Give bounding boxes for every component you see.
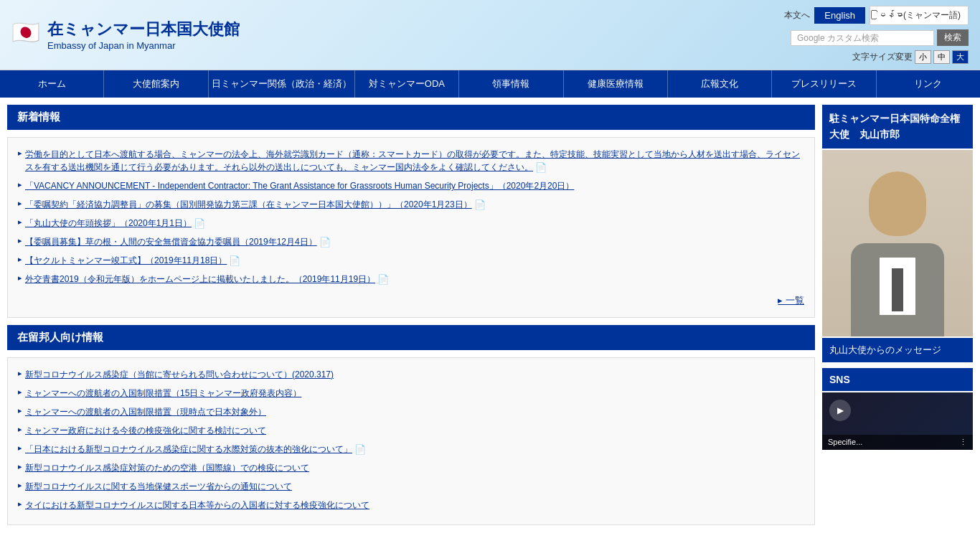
residents-list-item: ミャンマーへの渡航者の入国制限措置（15日ミャンマー政府発表内容） [18,384,804,402]
news-list-item: 労働を目的として日本へ渡航する場合、ミャンマーの法令上、海外就労識別カード（通称… [18,145,804,176]
nav-item[interactable]: 対ミャンマーODA [355,70,459,98]
site-title-japanese: 在ミャンマー日本国大使館 [47,19,240,40]
news-link[interactable]: 「丸山大使の年頭挨拶」（2020年1月1日）📄 [25,217,204,230]
nav-item[interactable]: 健康医療情報 [564,70,668,98]
document-icon: 📄 [354,444,364,456]
news-list: 労働を目的として日本へ渡航する場合、ミャンマーの法令上、海外就労識別カード（通称… [7,137,815,318]
news-list-item: 「VACANCY ANNOUNCEMENT - Independent Cont… [18,176,804,195]
residents-section: 在留邦人向け情報 新型コロナウイルス感染症（当館に寄せられる問い合わせについて）… [7,325,815,525]
document-icon: 📄 [535,162,545,174]
news-list-item: 【委嘱員募集】草の根・人間の安全無償資金協力委嘱員（2019年12月4日）📄 [18,232,804,251]
news-link[interactable]: 「委嘱契約「経済協力調整員」の募集（国別開発協力第三課（在ミャンマー日本国大使館… [25,198,484,211]
font-size-large-button[interactable]: 大 [952,50,969,64]
news-link[interactable]: 外交青書2019（令和元年版）をホームページ上に掲載いたしました。（2019年1… [25,273,387,286]
residents-list-item: ミャンマー政府における今後の検疫強化に関する検討について [18,421,804,440]
nav-item[interactable]: ホーム [0,70,104,98]
nav-item[interactable]: 広報文化 [668,70,772,98]
honbun-link[interactable]: 本文へ [784,9,810,22]
header-controls: 本文へ English မြန်မာ(ミャンマー語) 検索 文字サイズ変更 小 … [784,6,969,64]
font-size-controls: 文字サイズ変更 小 中 大 [852,50,969,64]
residents-list: 新型コロナウイルス感染症（当館に寄せられる問い合わせについて）(2020.317… [7,357,815,525]
news-link[interactable]: 「VACANCY ANNOUNCEMENT - Independent Cont… [25,179,574,192]
news-list-item: 「委嘱契約「経済協力調整員」の募集（国別開発協力第三課（在ミャンマー日本国大使館… [18,195,804,214]
news-link[interactable]: 労働を目的として日本へ渡航する場合、ミャンマーの法令上、海外就労識別カード（通称… [25,148,804,174]
video-overlay: Specifie... ⋮ [822,435,973,450]
portrait-body [851,243,944,336]
residents-list-item: タイにおける新型コロナウイルスに関する日本等からの入国者に対する検疫強化について [18,496,804,514]
residents-link[interactable]: 新型コロナウイルス感染症（当館に寄せられる問い合わせについて）(2020.317… [25,368,334,381]
document-icon: 📄 [474,199,484,211]
video-menu-icon[interactable]: ⋮ [959,438,967,447]
residents-link[interactable]: 「日本における新型コロナウイルス感染症に関する水際対策の抜本的強化について」📄 [25,443,364,456]
portrait-tie [892,268,903,311]
search-button[interactable]: 検索 [937,29,969,46]
nav-item[interactable]: 大使館案内 [104,70,208,98]
document-icon: 📄 [377,274,387,286]
japan-flag-icon: 🇯🇵 [11,21,40,50]
news-list-item: 【ヤクルトミャンマー竣工式】（2019年11月18日）📄 [18,251,804,270]
residents-list-item: 新型コロナウイルス感染症対策のための空港（国際線）での検疫について [18,458,804,477]
video-label: Specifie... [828,438,862,446]
ambassador-portrait [822,150,973,336]
sns-section-header: SNS [822,368,973,391]
residents-section-header: 在留邦人向け情報 [7,325,815,350]
residents-link[interactable]: 新型コロナウイルスに関する当地保健スポーツ省からの通知について [25,480,292,493]
font-size-medium-button[interactable]: 中 [933,50,950,64]
news-list-item: 「丸山大使の年頭挨拶」（2020年1月1日）📄 [18,214,804,232]
more-link[interactable]: 一覧 [778,295,804,306]
nav-item[interactable]: 日ミャンマー関係（政治・経済） [209,70,355,98]
residents-list-item: 新型コロナウイルスに関する当地保健スポーツ省からの通知について [18,477,804,496]
content-area: 新着情報 労働を目的として日本へ渡航する場合、ミャンマーの法令上、海外就労識別カ… [7,105,815,532]
video-play-icon[interactable]: ▶ [829,400,851,421]
news-section: 新着情報 労働を目的として日本へ渡航する場合、ミャンマーの法令上、海外就労識別カ… [7,105,815,318]
residents-link[interactable]: ミャンマー政府における今後の検疫強化に関する検討について [25,424,266,437]
nav-item[interactable]: プレスリリース [772,70,876,98]
sns-video[interactable]: ▶ Specifie... ⋮ [822,392,973,450]
logo-area: 🇯🇵 在ミャンマー日本国大使館 Embassy of Japan in Myan… [11,19,240,51]
residents-link[interactable]: 新型コロナウイルス感染症対策のための空港（国際線）での検疫について [25,461,309,474]
news-link[interactable]: 【ヤクルトミャンマー竣工式】（2019年11月18日）📄 [25,254,239,267]
sidebar: 駐ミャンマー日本国特命全権大使 丸山市郎 丸山大使からのメッセージ SNS ▶ … [822,105,973,532]
site-titles: 在ミャンマー日本国大使館 Embassy of Japan in Myanmar [47,19,240,51]
search-input[interactable] [791,30,934,46]
language-bar: 本文へ English မြန်မာ(ミャンマー語) [784,6,969,25]
news-link[interactable]: 【委嘱員募集】草の根・人間の安全無償資金協力委嘱員（2019年12月4日）📄 [25,235,329,248]
font-size-small-button[interactable]: 小 [915,50,931,64]
font-size-label: 文字サイズ変更 [852,51,913,63]
document-icon: 📄 [194,218,204,230]
nav-item[interactable]: 領事情報 [459,70,563,98]
news-list-item: 外交青書2019（令和元年版）をホームページ上に掲載いたしました。（2019年1… [18,270,804,288]
page-header: 🇯🇵 在ミャンマー日本国大使館 Embassy of Japan in Myan… [0,0,980,70]
main-navigation: ホーム大使館案内日ミャンマー関係（政治・経済）対ミャンマーODA領事情報健康医療… [0,70,980,98]
residents-link[interactable]: タイにおける新型コロナウイルスに関する日本等からの入国者に対する検疫強化について [25,499,369,512]
english-button[interactable]: English [814,7,865,24]
ambassador-title: 駐ミャンマー日本国特命全権大使 丸山市郎 [822,105,973,149]
residents-list-item: 新型コロナウイルス感染症（当館に寄せられる問い合わせについて）(2020.317… [18,365,804,384]
nav-item[interactable]: リンク [877,70,980,98]
residents-list-item: 「日本における新型コロナウイルス感染症に関する水際対策の抜本的強化について」📄 [18,440,804,458]
residents-link[interactable]: ミャンマーへの渡航者の入国制限措置（15日ミャンマー政府発表内容） [25,387,301,400]
portrait-head [869,171,926,236]
document-icon: 📄 [319,237,329,248]
residents-list-item: ミャンマーへの渡航者の入国制限措置（現時点で日本対象外） [18,402,804,421]
document-icon: 📄 [229,255,239,267]
main-container: 新着情報 労働を目的として日本へ渡航する場合、ミャンマーの法令上、海外就労識別カ… [0,98,980,540]
more-link-row: 一覧 [18,288,804,307]
search-bar: 検索 [791,29,969,46]
ambassador-photo [822,150,973,336]
ambassador-message-link[interactable]: 丸山大使からのメッセージ [822,338,973,362]
residents-link[interactable]: ミャンマーへの渡航者の入国制限措置（現時点で日本対象外） [25,405,266,418]
myanmar-button[interactable]: မြန်မာ(ミャンマー語) [870,6,969,25]
news-section-header: 新着情報 [7,105,815,130]
site-title-english: Embassy of Japan in Myanmar [47,40,240,51]
